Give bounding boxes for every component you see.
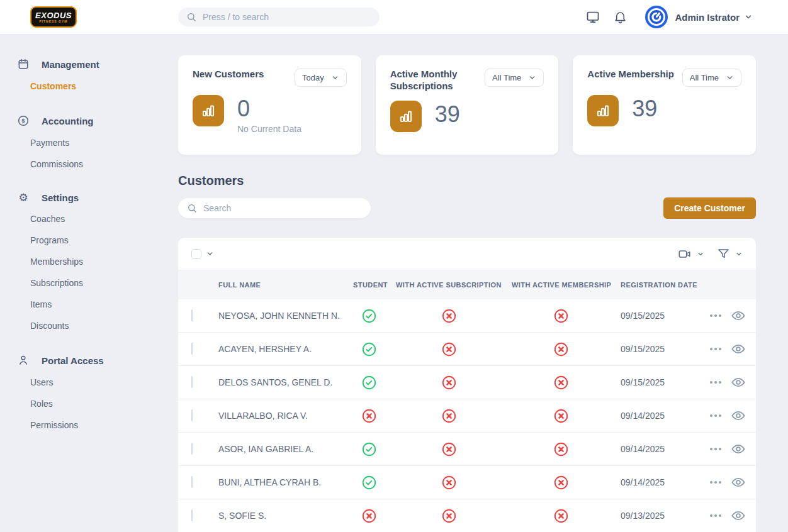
row-checkbox[interactable]: [191, 509, 193, 521]
sidebar-item-memberships[interactable]: Memberships: [0, 251, 178, 272]
period-value: All Time: [492, 73, 521, 82]
table-row: ACAYEN, HERSHEY A. 09/15/2025: [178, 333, 756, 366]
row-checkbox[interactable]: [191, 443, 193, 455]
customers-search-input[interactable]: [203, 203, 362, 213]
user-menu[interactable]: Admin Istrator: [675, 12, 740, 23]
card-note: [632, 124, 657, 125]
filter-menu[interactable]: [717, 247, 743, 260]
status-no-icon: [512, 475, 621, 490]
sidebar-header-management[interactable]: Management: [0, 53, 178, 75]
customer-name: ACAYEN, HERSHEY A.: [206, 344, 353, 354]
bar-chart-icon: [587, 95, 619, 126]
sidebar-item-roles[interactable]: Roles: [0, 393, 178, 414]
row-checkbox[interactable]: [191, 309, 193, 321]
row-actions-button[interactable]: [710, 412, 721, 419]
view-eye-icon[interactable]: [731, 508, 746, 523]
period-value: All Time: [690, 73, 719, 82]
view-eye-icon[interactable]: [731, 308, 746, 323]
row-checkbox[interactable]: [191, 409, 193, 421]
sidebar-item-permissions[interactable]: Permissions: [0, 414, 178, 436]
status-no-icon: [396, 509, 512, 523]
user-icon: [17, 354, 30, 367]
search-icon: [187, 203, 197, 213]
customers-search[interactable]: [178, 198, 371, 218]
status-no-icon: [353, 509, 396, 523]
sidebar-item-coaches[interactable]: Coaches: [0, 208, 178, 230]
table-row: BUNI, ALTHEA CYRAH B. 09/14/2025: [178, 466, 756, 499]
sidebar-item-programs[interactable]: Programs: [0, 230, 178, 251]
page-title: Customers: [178, 174, 788, 188]
status-yes-icon: [353, 442, 396, 457]
stat-cards: New Customers Today 0 No Current Data Ac…: [178, 55, 756, 155]
chevron-down-icon: [206, 250, 214, 258]
user-avatar[interactable]: [645, 6, 668, 28]
status-yes-icon: [353, 475, 396, 490]
status-yes-icon: [353, 309, 396, 323]
row-actions-button[interactable]: [710, 445, 721, 453]
chevron-down-icon: [331, 74, 339, 82]
row-checkbox[interactable]: [191, 343, 193, 355]
table-row: NEYOSA, JOHN KENNETH N. 09/15/2025: [178, 299, 756, 333]
row-checkbox[interactable]: [191, 376, 193, 388]
notifications-bell-icon[interactable]: [613, 10, 628, 25]
global-search-input[interactable]: [203, 12, 371, 22]
card-title: Active Membership: [587, 69, 674, 80]
logo-title: EXODUS: [35, 11, 72, 19]
display-icon[interactable]: [585, 9, 600, 25]
sidebar-item-payments[interactable]: Payments: [0, 132, 178, 153]
customers-table: FULL NAME STUDENT WITH ACTIVE SUBSCRIPTI…: [178, 238, 756, 532]
sidebar-header-settings[interactable]: ⚙ Settings: [0, 187, 178, 208]
calendar-icon: [17, 58, 30, 70]
sidebar-item-items[interactable]: Items: [0, 294, 178, 315]
select-all-control[interactable]: [191, 249, 214, 259]
create-customer-button[interactable]: Create Customer: [663, 197, 756, 219]
period-select[interactable]: All Time: [485, 69, 544, 87]
stat-card-active-membership: Active Membership All Time 39: [573, 55, 756, 155]
filter-funnel-icon: [717, 247, 730, 260]
sidebar-item-commissions[interactable]: Commissions: [0, 153, 178, 175]
view-eye-icon[interactable]: [731, 375, 746, 390]
select-all-checkbox[interactable]: [191, 249, 201, 259]
chevron-down-icon: [726, 74, 734, 82]
sidebar-item-discounts[interactable]: Discounts: [0, 315, 178, 336]
sidebar-item-subscriptions[interactable]: Subscriptions: [0, 272, 178, 294]
sidebar-section-label: Portal Access: [42, 355, 104, 366]
row-actions-button[interactable]: [710, 379, 721, 386]
global-search[interactable]: [178, 8, 380, 26]
view-eye-icon[interactable]: [731, 441, 746, 457]
sidebar-header-portal-access[interactable]: Portal Access: [0, 349, 178, 372]
status-yes-icon: [353, 342, 396, 357]
period-select[interactable]: Today: [295, 69, 347, 87]
registration-date: 09/14/2025: [621, 411, 701, 421]
table-row: S, SOFIE S. 09/13/2025: [178, 499, 756, 532]
column-header-with-active-subscription: WITH ACTIVE SUBSCRIPTION: [396, 281, 512, 289]
search-icon: [186, 12, 196, 22]
sidebar-header-accounting[interactable]: $ Accounting: [0, 109, 178, 132]
stat-card-active-monthly-subscriptions: Active Monthly Subscriptions All Time 39: [376, 55, 559, 155]
status-no-icon: [396, 475, 512, 490]
row-actions-button[interactable]: [710, 512, 721, 519]
stat-card-new-customers: New Customers Today 0 No Current Data: [178, 55, 361, 155]
app-logo[interactable]: EXODUS FITNESS GYM: [30, 6, 77, 28]
customer-name: NEYOSA, JOHN KENNETH N.: [206, 311, 353, 321]
view-eye-icon[interactable]: [731, 475, 746, 490]
column-header-registration-date: REGISTRATION DATE: [621, 281, 701, 289]
chevron-down-icon[interactable]: [744, 13, 753, 21]
period-select[interactable]: All Time: [682, 69, 741, 87]
row-actions-button[interactable]: [710, 312, 721, 319]
view-eye-icon[interactable]: [731, 408, 746, 423]
row-actions-button[interactable]: [710, 479, 721, 486]
status-no-icon: [512, 509, 621, 523]
registration-date: 09/15/2025: [621, 311, 701, 321]
view-eye-icon[interactable]: [731, 341, 746, 357]
sidebar-item-users[interactable]: Users: [0, 372, 178, 393]
row-checkbox[interactable]: [191, 476, 193, 488]
status-no-icon: [396, 442, 512, 457]
sidebar-section-label: Settings: [42, 192, 79, 203]
view-mode-menu[interactable]: [678, 247, 704, 261]
row-actions-button[interactable]: [710, 345, 721, 353]
customer-name: DELOS SANTOS, GENEL D.: [206, 377, 353, 387]
video-camera-icon: [678, 247, 692, 261]
sidebar-item-customers[interactable]: Customers: [0, 75, 178, 97]
table-row: VILLARALBO, RICA V. 09/14/2025: [178, 399, 756, 433]
